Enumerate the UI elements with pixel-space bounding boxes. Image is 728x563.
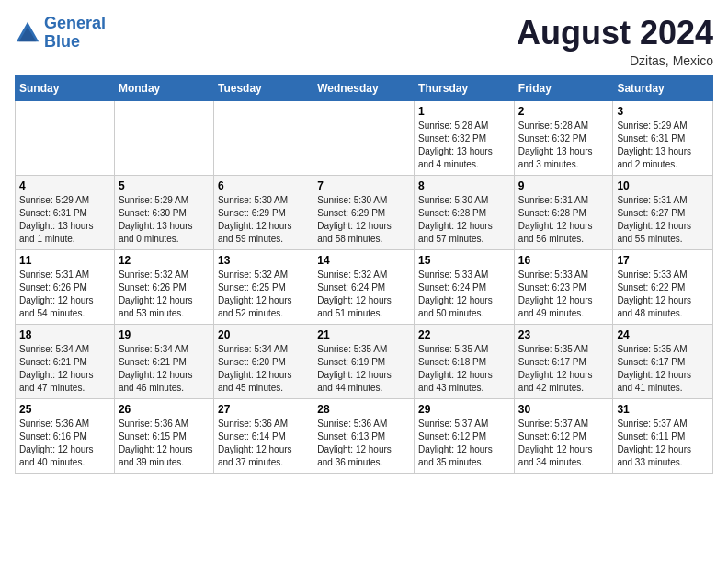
day-number: 19 [119, 328, 210, 341]
day-info: Sunrise: 5:36 AM Sunset: 6:15 PM Dayligh… [119, 418, 210, 469]
day-header-tuesday: Tuesday [213, 75, 313, 100]
day-info: Sunrise: 5:34 AM Sunset: 6:21 PM Dayligh… [119, 343, 210, 395]
day-info: Sunrise: 5:32 AM Sunset: 6:25 PM Dayligh… [218, 269, 309, 320]
month-year: August 2024 [517, 15, 713, 52]
calendar-cell: 14Sunrise: 5:32 AM Sunset: 6:24 PM Dayli… [313, 249, 415, 324]
calendar-cell: 3Sunrise: 5:29 AM Sunset: 6:31 PM Daylig… [613, 100, 713, 175]
calendar-cell [213, 100, 313, 175]
calendar-week-row: 25Sunrise: 5:36 AM Sunset: 6:16 PM Dayli… [16, 398, 713, 473]
day-number: 16 [518, 254, 609, 267]
calendar-cell: 4Sunrise: 5:29 AM Sunset: 6:31 PM Daylig… [16, 175, 115, 249]
day-info: Sunrise: 5:37 AM Sunset: 6:12 PM Dayligh… [518, 418, 609, 469]
calendar-cell: 18Sunrise: 5:34 AM Sunset: 6:21 PM Dayli… [16, 324, 115, 398]
day-info: Sunrise: 5:30 AM Sunset: 6:28 PM Dayligh… [418, 194, 510, 246]
calendar-cell: 5Sunrise: 5:29 AM Sunset: 6:30 PM Daylig… [114, 175, 213, 249]
day-number: 21 [317, 328, 410, 341]
day-number: 8 [418, 179, 510, 192]
day-info: Sunrise: 5:31 AM Sunset: 6:26 PM Dayligh… [19, 269, 110, 320]
day-info: Sunrise: 5:35 AM Sunset: 6:19 PM Dayligh… [317, 343, 410, 395]
day-number: 15 [418, 254, 510, 267]
page-header: General Blue August 2024 Dzitas, Mexico [15, 15, 713, 68]
day-info: Sunrise: 5:36 AM Sunset: 6:14 PM Dayligh… [218, 418, 309, 469]
calendar-cell: 25Sunrise: 5:36 AM Sunset: 6:16 PM Dayli… [16, 398, 115, 473]
day-number: 23 [518, 328, 609, 341]
day-number: 17 [617, 254, 709, 267]
day-info: Sunrise: 5:36 AM Sunset: 6:13 PM Dayligh… [317, 418, 410, 469]
title-block: August 2024 Dzitas, Mexico [517, 15, 713, 68]
day-info: Sunrise: 5:28 AM Sunset: 6:32 PM Dayligh… [418, 120, 510, 171]
calendar-cell: 10Sunrise: 5:31 AM Sunset: 6:27 PM Dayli… [613, 175, 713, 249]
day-info: Sunrise: 5:33 AM Sunset: 6:23 PM Dayligh… [518, 269, 609, 320]
day-number: 13 [218, 254, 309, 267]
calendar-table: SundayMondayTuesdayWednesdayThursdayFrid… [15, 75, 713, 474]
calendar-week-row: 4Sunrise: 5:29 AM Sunset: 6:31 PM Daylig… [16, 175, 713, 249]
calendar-cell: 21Sunrise: 5:35 AM Sunset: 6:19 PM Dayli… [313, 324, 415, 398]
calendar-cell: 16Sunrise: 5:33 AM Sunset: 6:23 PM Dayli… [514, 249, 613, 324]
day-info: Sunrise: 5:31 AM Sunset: 6:27 PM Dayligh… [617, 194, 709, 246]
logo: General Blue [15, 15, 106, 52]
day-info: Sunrise: 5:29 AM Sunset: 6:31 PM Dayligh… [617, 120, 709, 171]
day-info: Sunrise: 5:33 AM Sunset: 6:24 PM Dayligh… [418, 269, 510, 320]
logo-general: General [44, 14, 106, 32]
calendar-cell: 20Sunrise: 5:34 AM Sunset: 6:20 PM Dayli… [213, 324, 313, 398]
day-info: Sunrise: 5:28 AM Sunset: 6:32 PM Dayligh… [518, 120, 609, 171]
day-number: 20 [218, 328, 309, 341]
day-info: Sunrise: 5:31 AM Sunset: 6:28 PM Dayligh… [518, 194, 609, 246]
calendar-cell: 8Sunrise: 5:30 AM Sunset: 6:28 PM Daylig… [415, 175, 515, 249]
day-number: 26 [119, 403, 210, 416]
day-number: 28 [317, 403, 410, 416]
calendar-cell: 26Sunrise: 5:36 AM Sunset: 6:15 PM Dayli… [114, 398, 213, 473]
day-number: 5 [119, 179, 210, 192]
day-number: 10 [617, 179, 709, 192]
day-number: 27 [218, 403, 309, 416]
day-number: 1 [418, 105, 510, 118]
calendar-cell: 28Sunrise: 5:36 AM Sunset: 6:13 PM Dayli… [313, 398, 415, 473]
calendar-cell: 17Sunrise: 5:33 AM Sunset: 6:22 PM Dayli… [613, 249, 713, 324]
day-number: 31 [617, 403, 709, 416]
day-number: 24 [617, 328, 709, 341]
calendar-cell: 13Sunrise: 5:32 AM Sunset: 6:25 PM Dayli… [213, 249, 313, 324]
calendar-week-row: 18Sunrise: 5:34 AM Sunset: 6:21 PM Dayli… [16, 324, 713, 398]
day-info: Sunrise: 5:32 AM Sunset: 6:24 PM Dayligh… [317, 269, 410, 320]
logo-icon [15, 20, 40, 46]
calendar-cell: 23Sunrise: 5:35 AM Sunset: 6:17 PM Dayli… [514, 324, 613, 398]
calendar-cell [114, 100, 213, 175]
day-number: 4 [19, 179, 110, 192]
calendar-cell: 7Sunrise: 5:30 AM Sunset: 6:29 PM Daylig… [313, 175, 415, 249]
day-info: Sunrise: 5:36 AM Sunset: 6:16 PM Dayligh… [19, 418, 110, 469]
day-number: 25 [19, 403, 110, 416]
day-number: 14 [317, 254, 410, 267]
calendar-cell [16, 100, 115, 175]
day-number: 7 [317, 179, 410, 192]
day-info: Sunrise: 5:29 AM Sunset: 6:30 PM Dayligh… [119, 194, 210, 246]
calendar-cell: 1Sunrise: 5:28 AM Sunset: 6:32 PM Daylig… [415, 100, 515, 175]
day-info: Sunrise: 5:37 AM Sunset: 6:12 PM Dayligh… [418, 418, 510, 469]
calendar-cell: 30Sunrise: 5:37 AM Sunset: 6:12 PM Dayli… [514, 398, 613, 473]
calendar-cell: 29Sunrise: 5:37 AM Sunset: 6:12 PM Dayli… [415, 398, 515, 473]
day-number: 29 [418, 403, 510, 416]
calendar-header-row: SundayMondayTuesdayWednesdayThursdayFrid… [16, 75, 713, 100]
day-info: Sunrise: 5:30 AM Sunset: 6:29 PM Dayligh… [317, 194, 410, 246]
day-number: 2 [518, 105, 609, 118]
day-number: 3 [617, 105, 709, 118]
calendar-cell: 19Sunrise: 5:34 AM Sunset: 6:21 PM Dayli… [114, 324, 213, 398]
calendar-cell: 31Sunrise: 5:37 AM Sunset: 6:11 PM Dayli… [613, 398, 713, 473]
day-number: 11 [19, 254, 110, 267]
day-info: Sunrise: 5:33 AM Sunset: 6:22 PM Dayligh… [617, 269, 709, 320]
day-info: Sunrise: 5:30 AM Sunset: 6:29 PM Dayligh… [218, 194, 309, 246]
calendar-cell: 27Sunrise: 5:36 AM Sunset: 6:14 PM Dayli… [213, 398, 313, 473]
day-number: 6 [218, 179, 309, 192]
calendar-week-row: 1Sunrise: 5:28 AM Sunset: 6:32 PM Daylig… [16, 100, 713, 175]
day-info: Sunrise: 5:32 AM Sunset: 6:26 PM Dayligh… [119, 269, 210, 320]
calendar-week-row: 11Sunrise: 5:31 AM Sunset: 6:26 PM Dayli… [16, 249, 713, 324]
day-info: Sunrise: 5:35 AM Sunset: 6:17 PM Dayligh… [518, 343, 609, 395]
calendar-cell: 9Sunrise: 5:31 AM Sunset: 6:28 PM Daylig… [514, 175, 613, 249]
logo-blue: Blue [44, 32, 80, 51]
day-info: Sunrise: 5:34 AM Sunset: 6:21 PM Dayligh… [19, 343, 110, 395]
day-header-wednesday: Wednesday [313, 75, 415, 100]
location: Dzitas, Mexico [517, 53, 713, 68]
day-info: Sunrise: 5:35 AM Sunset: 6:18 PM Dayligh… [418, 343, 510, 395]
calendar-cell: 24Sunrise: 5:35 AM Sunset: 6:17 PM Dayli… [613, 324, 713, 398]
calendar-cell: 6Sunrise: 5:30 AM Sunset: 6:29 PM Daylig… [213, 175, 313, 249]
calendar-cell: 15Sunrise: 5:33 AM Sunset: 6:24 PM Dayli… [415, 249, 515, 324]
